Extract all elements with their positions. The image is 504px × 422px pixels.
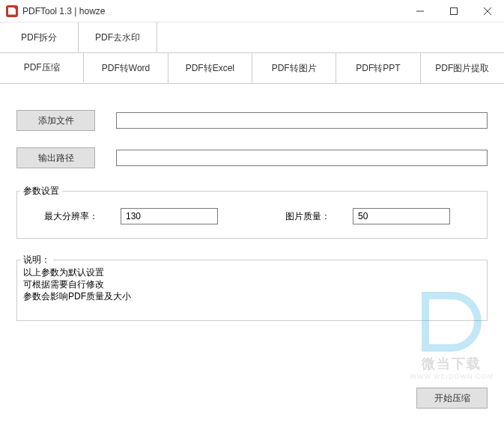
window-controls — [403, 0, 504, 22]
titlebar: PDFTool 1.3 | howze — [0, 0, 504, 22]
minimize-button[interactable] — [403, 0, 437, 22]
image-quality-input[interactable] — [353, 208, 450, 224]
file-path-input[interactable] — [116, 112, 488, 129]
tab-pdf-compress[interactable]: PDF压缩 — [0, 53, 84, 83]
watermark-text: 微当下载 — [410, 355, 494, 373]
tabs-row-2: PDF压缩 PDF转Word PDF转Excel PDF转图片 PDF转PPT … — [0, 53, 504, 84]
max-resolution-input[interactable] — [121, 208, 218, 224]
params-legend: 参数设置 — [20, 185, 62, 198]
note-line-2: 可根据需要自行修改 — [23, 278, 479, 290]
window-title: PDFTool 1.3 | howze — [22, 6, 106, 16]
tab-pdf-ppt[interactable]: PDF转PPT — [336, 53, 420, 83]
params-fieldset: 参数设置 最大分辨率： 图片质量： — [16, 191, 488, 239]
tab-pdf-image[interactable]: PDF转图片 — [252, 53, 336, 83]
tabs-row-1: PDF拆分 PDF去水印 — [0, 22, 504, 53]
start-compress-button[interactable]: 开始压缩 — [416, 388, 488, 409]
minimize-icon — [416, 7, 424, 15]
close-button[interactable] — [470, 0, 504, 22]
tab-pdf-split[interactable]: PDF拆分 — [0, 22, 79, 52]
app-icon — [6, 5, 18, 17]
output-path-button[interactable]: 输出路径 — [16, 147, 95, 168]
add-file-row: 添加文件 — [16, 110, 488, 131]
tab-pdf-word[interactable]: PDF转Word — [84, 53, 168, 83]
watermark-subtext: WWW.WEIDOWN.COM — [410, 373, 494, 380]
content-panel: 添加文件 输出路径 参数设置 最大分辨率： 图片质量： 说明： 以上参数为默认设… — [0, 84, 504, 334]
params-row: 最大分辨率： 图片质量： — [31, 208, 473, 224]
image-quality-label: 图片质量： — [285, 210, 330, 223]
output-path-input[interactable] — [116, 150, 488, 166]
footer: 开始压缩 — [416, 388, 488, 409]
close-icon — [484, 7, 491, 15]
tab-pdf-watermark[interactable]: PDF去水印 — [79, 22, 157, 52]
tab-pdf-excel[interactable]: PDF转Excel — [168, 53, 252, 83]
svg-rect-1 — [450, 7, 457, 14]
max-resolution-label: 最大分辨率： — [44, 210, 98, 223]
note-line-1: 以上参数为默认设置 — [23, 266, 479, 278]
maximize-button[interactable] — [437, 0, 470, 22]
note-fieldset: 说明： 以上参数为默认设置 可根据需要自行修改 参数会影响PDF质量及大小 — [16, 260, 488, 321]
add-file-button[interactable]: 添加文件 — [16, 110, 95, 131]
note-legend: 说明： — [20, 254, 53, 266]
maximize-icon — [450, 7, 458, 15]
tab-pdf-extract-image[interactable]: PDF图片提取 — [421, 53, 504, 83]
output-path-row: 输出路径 — [16, 147, 488, 168]
note-line-3: 参数会影响PDF质量及大小 — [23, 290, 479, 302]
